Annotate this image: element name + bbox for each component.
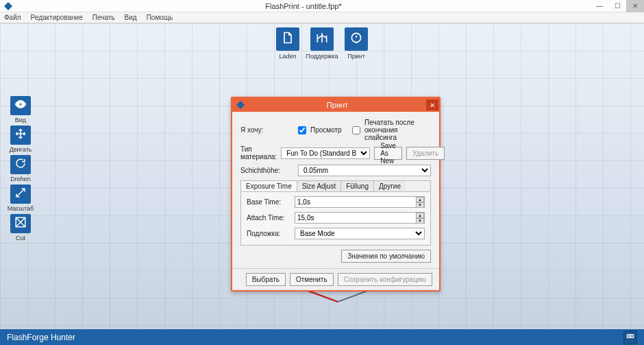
defaults-button[interactable]: Значения по умолчанию [341, 250, 431, 263]
cut-label: Cut [16, 235, 25, 241]
dialog-titlebar[interactable]: Принт ✕ [232, 98, 439, 112]
left-toolbar: Вид Двигать Drehen Масштаб Cut [7, 96, 34, 241]
close-button[interactable]: ✕ [626, 0, 644, 12]
material-select[interactable]: Fun To Do (Standard Blend) [281, 147, 370, 159]
svg-point-2 [19, 103, 23, 106]
material-type-label: Тип материала: [240, 145, 277, 160]
tab-exposure-time[interactable]: Exposure Time [241, 181, 297, 191]
print-after-checkbox[interactable] [352, 126, 360, 134]
print-after-label: Печатать после окончания слайсинга [364, 119, 431, 141]
device-name: FlashForge Hunter [7, 333, 75, 342]
move-icon [14, 128, 27, 143]
attach-time-input[interactable] [295, 212, 425, 224]
preview-checkbox[interactable] [298, 126, 306, 134]
cut-tool[interactable]: Cut [7, 214, 34, 241]
view-label: Вид [15, 117, 26, 123]
preview-label: Просмотр [310, 126, 342, 134]
dialog-title: Принт [249, 101, 426, 109]
tab-panel: Base Time: ▲▼ Attach Time: ▲▼ Подложка: [240, 191, 431, 246]
base-mode-select[interactable]: Base Mode [295, 228, 425, 239]
move-label: Двигать [10, 146, 32, 153]
tab-other[interactable]: Другие [374, 181, 406, 191]
print-button[interactable]: Принт [341, 27, 371, 60]
eye-icon [14, 98, 27, 113]
tab-fill[interactable]: Füllung [341, 181, 374, 191]
attach-time-label: Attach Time: [247, 214, 290, 222]
tab-bar: Exposure Time Size Adjust Füllung Другие [240, 180, 431, 191]
menu-print[interactable]: Печать [92, 14, 115, 21]
save-config-button[interactable]: Сохранить конфигурацию [338, 273, 432, 286]
statusbar: FlashForge Hunter [0, 329, 644, 345]
print-dialog: Принт ✕ Я хочу: Просмотр Печатать после … [231, 97, 441, 292]
layer-height-select[interactable]: 0.05mm [298, 165, 431, 176]
app-icon [3, 1, 14, 12]
podlozhka-label: Подложка: [247, 230, 290, 237]
svg-marker-0 [4, 2, 12, 10]
menubar: Файл Редактирование Печать Вид Помощь [0, 12, 644, 23]
file-icon [281, 31, 295, 47]
move-tool[interactable]: Двигать [7, 126, 34, 153]
rotate-label: Drehen [10, 176, 31, 182]
view-tool[interactable]: Вид [7, 96, 34, 123]
print-label: Принт [347, 53, 365, 60]
select-button[interactable]: Выбрать [246, 273, 286, 286]
menu-edit[interactable]: Редактирование [31, 14, 83, 21]
connection-button[interactable] [623, 331, 637, 344]
support-button[interactable]: Поддержка [307, 27, 337, 60]
rotate-icon [14, 157, 27, 172]
rotate-tool[interactable]: Drehen [7, 155, 34, 182]
minimize-button[interactable]: — [591, 0, 608, 12]
cut-icon [14, 216, 27, 231]
menu-file[interactable]: Файл [4, 14, 21, 21]
cancel-button[interactable]: Отменить [290, 273, 334, 286]
viewport-3d[interactable]: Laden Поддержка Принт Вид Двигать [0, 23, 644, 329]
print-icon [349, 31, 363, 47]
scale-tool[interactable]: Масштаб [7, 185, 34, 212]
base-time-spinner[interactable]: ▲▼ [416, 197, 424, 207]
load-button[interactable]: Laden [273, 27, 303, 60]
dialog-icon [235, 99, 246, 110]
scale-icon [14, 187, 27, 202]
attach-time-spinner[interactable]: ▲▼ [416, 213, 424, 223]
top-toolbar: Laden Поддержка Принт [273, 27, 371, 60]
tab-size-adjust[interactable]: Size Adjust [297, 181, 341, 191]
menu-help[interactable]: Помощь [147, 14, 173, 21]
dialog-footer: Выбрать Отменить Сохранить конфигурацию [232, 268, 439, 290]
connection-icon [626, 332, 634, 342]
layer-height-label: Schichthöhe: [240, 167, 294, 174]
support-label: Поддержка [306, 53, 338, 60]
scale-label: Масштаб [8, 205, 34, 212]
dialog-close-button[interactable]: ✕ [426, 99, 438, 110]
delete-button[interactable]: Удалить [406, 147, 445, 160]
base-time-input[interactable] [295, 196, 425, 208]
titlebar: FlashPrint - untitle.fpp* — ☐ ✕ [0, 0, 644, 12]
load-label: Laden [279, 53, 296, 60]
save-as-new-button[interactable]: Save As New [374, 147, 402, 160]
maximize-button[interactable]: ☐ [608, 0, 626, 12]
svg-marker-12 [236, 101, 245, 109]
support-icon [315, 31, 329, 47]
i-want-label: Я хочу: [240, 126, 294, 134]
base-time-label: Base Time: [247, 198, 290, 206]
window-title: FlashPrint - untitle.fpp* [16, 2, 591, 10]
menu-view[interactable]: Вид [125, 14, 137, 21]
